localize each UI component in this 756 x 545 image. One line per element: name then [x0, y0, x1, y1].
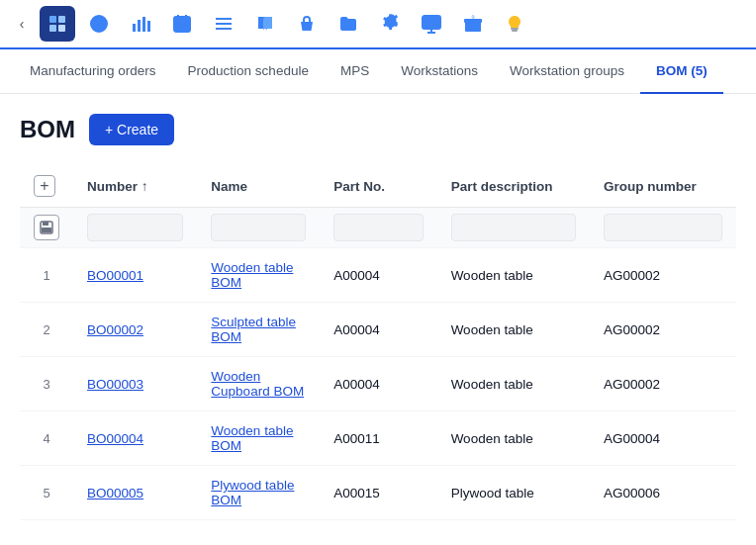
gift-icon[interactable] [455, 6, 491, 42]
book-icon[interactable] [247, 6, 283, 42]
row-partno-3: A00004 [320, 357, 437, 411]
bom-name-link-4[interactable]: Wooden table BOM [211, 423, 293, 453]
row-groupnum-5: AG00006 [590, 466, 736, 520]
filter-groupnum-input[interactable] [604, 214, 722, 241]
top-nav: ‹ [0, 0, 756, 49]
row-groupnum-2: AG00002 [590, 303, 736, 357]
bom-name-link-5[interactable]: Plywood table BOM [211, 478, 294, 507]
filter-partdesc-input[interactable] [451, 214, 576, 241]
row-name-4: Wooden table BOM [197, 411, 320, 466]
filter-number-cell [73, 208, 197, 248]
row-name-3: Wooden Cupboard BOM [197, 357, 320, 411]
col-header-number[interactable]: Number ↑ [73, 165, 197, 208]
row-groupnum-3: AG00002 [590, 357, 736, 411]
bom-number-link-2[interactable]: BO00002 [87, 322, 143, 337]
row-partdesc-2: Wooden table [437, 303, 590, 357]
bom-number-link-3[interactable]: BO00003 [87, 377, 143, 392]
col-header-part-description[interactable]: Part description [437, 165, 590, 208]
bom-number-link-4[interactable]: BO00004 [87, 431, 143, 446]
table-row: 3 BO00003 Wooden Cupboard BOM A00004 Woo… [20, 357, 736, 411]
monitor-icon[interactable] [414, 6, 449, 42]
bom-number-link-1[interactable]: BO00001 [87, 268, 143, 283]
row-num-4: 4 [20, 411, 73, 466]
svg-rect-6 [138, 20, 141, 32]
svg-rect-25 [43, 222, 48, 226]
row-partdesc-5: Plywood table [437, 466, 590, 520]
svg-rect-3 [58, 25, 65, 32]
row-groupnum-4: AG00004 [590, 411, 736, 466]
row-partno-1: A00004 [320, 248, 437, 303]
bom-number-link-5[interactable]: BO00005 [87, 486, 143, 500]
svg-rect-22 [511, 28, 519, 30]
row-partdesc-4: Wooden table [437, 411, 590, 466]
row-partdesc-3: Wooden table [437, 357, 590, 411]
bom-name-link-2[interactable]: Sculpted table BOM [211, 315, 296, 344]
tab-workstations[interactable]: Workstations [385, 49, 494, 94]
bulb-icon[interactable] [497, 6, 532, 42]
tab-bar: Manufacturing orders Production schedule… [0, 49, 756, 94]
row-name-1: Wooden table BOM [197, 248, 320, 303]
svg-rect-21 [464, 19, 482, 23]
row-name-5: Plywood table BOM [197, 466, 320, 520]
svg-rect-15 [216, 28, 232, 30]
row-groupnum-1: AG00002 [590, 248, 736, 303]
row-num-1: 1 [20, 248, 73, 303]
clock-icon[interactable] [81, 6, 117, 42]
bucket-icon[interactable] [289, 6, 325, 42]
filter-number-input[interactable] [87, 214, 183, 241]
svg-rect-5 [133, 24, 136, 32]
gear-icon[interactable] [372, 6, 408, 42]
tab-bom[interactable]: BOM (5) [640, 49, 723, 94]
svg-point-19 [433, 19, 439, 25]
app-logo-icon[interactable] [40, 6, 75, 42]
col-header-part-no[interactable]: Part No. [320, 165, 437, 208]
row-number-2: BO00002 [73, 303, 197, 357]
row-num-3: 3 [20, 357, 73, 411]
filter-name-input[interactable] [211, 214, 306, 241]
svg-rect-0 [49, 16, 56, 23]
row-partno-4: A00011 [320, 411, 437, 466]
tab-production-schedule[interactable]: Production schedule [172, 49, 325, 94]
row-num-5: 5 [20, 466, 73, 520]
row-partno-2: A00004 [320, 303, 437, 357]
svg-rect-7 [142, 17, 145, 32]
filter-partno-input[interactable] [333, 214, 424, 241]
add-row-th: + [20, 165, 73, 208]
save-icon-cell [20, 208, 73, 248]
filter-groupnum-cell [590, 208, 736, 248]
table-row: 5 BO00005 Plywood table BOM A00015 Plywo… [20, 466, 736, 520]
add-row-icon[interactable]: + [34, 175, 55, 197]
page-title: BOM [20, 116, 75, 143]
table-header-row: + Number ↑ Name Part No. Part descriptio… [20, 165, 736, 208]
row-number-5: BO00005 [73, 466, 197, 520]
bom-name-link-1[interactable]: Wooden table BOM [211, 260, 293, 290]
bom-name-link-3[interactable]: Wooden Cupboard BOM [211, 369, 304, 399]
calendar-icon[interactable] [164, 6, 200, 42]
col-header-group-number[interactable]: Group number [590, 165, 736, 208]
create-button[interactable]: + Create [89, 114, 174, 145]
svg-rect-1 [58, 16, 65, 23]
col-header-name[interactable]: Name [197, 165, 320, 208]
row-number-1: BO00001 [73, 248, 197, 303]
row-partdesc-1: Wooden table [437, 248, 590, 303]
filter-partno-cell [320, 208, 437, 248]
table-row: 1 BO00001 Wooden table BOM A00004 Wooden… [20, 248, 736, 303]
svg-rect-23 [512, 30, 518, 32]
svg-rect-2 [49, 25, 56, 32]
svg-rect-9 [174, 17, 190, 32]
svg-rect-13 [216, 18, 232, 20]
save-icon[interactable] [34, 215, 59, 240]
back-button[interactable]: ‹ [10, 12, 34, 36]
tab-workstation-groups[interactable]: Workstation groups [494, 49, 640, 94]
tab-manufacturing-orders[interactable]: Manufacturing orders [14, 49, 172, 94]
table-row: 4 BO00004 Wooden table BOM A00011 Wooden… [20, 411, 736, 466]
svg-rect-8 [147, 21, 150, 32]
page-content: BOM + Create + Number ↑ Name Part No. Pa… [0, 94, 756, 530]
list-icon[interactable] [206, 6, 241, 42]
table-row: 2 BO00002 Sculpted table BOM A00004 Wood… [20, 303, 736, 357]
bar-chart-icon[interactable] [123, 6, 158, 42]
bom-table: + Number ↑ Name Part No. Part descriptio… [20, 165, 736, 520]
folder-icon[interactable] [331, 6, 366, 42]
row-name-2: Sculpted table BOM [197, 303, 320, 357]
tab-mps[interactable]: MPS [325, 49, 385, 94]
